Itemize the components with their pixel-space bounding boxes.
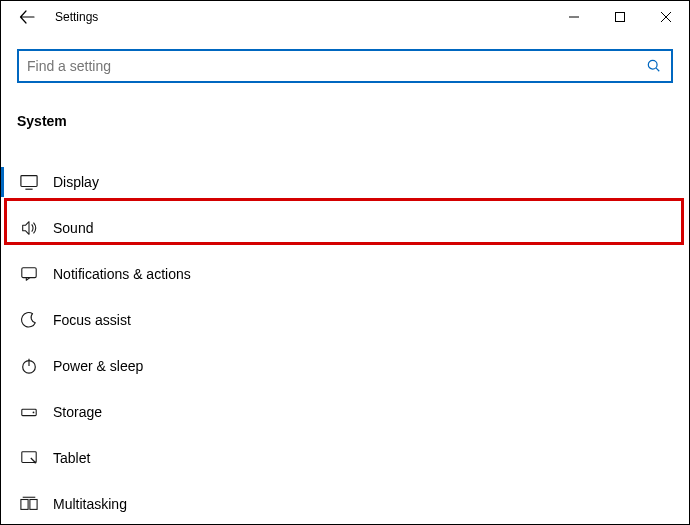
svg-point-12 (33, 412, 35, 414)
maximize-icon (615, 12, 625, 22)
nav-item-notifications[interactable]: Notifications & actions (1, 251, 689, 297)
nav-label: Multitasking (53, 496, 127, 512)
nav-label: Focus assist (53, 312, 131, 328)
focus-assist-icon (19, 310, 39, 330)
back-arrow-icon (19, 9, 35, 25)
nav-label: Tablet (53, 450, 90, 466)
power-icon (19, 356, 39, 376)
nav-list: Display Sound Notifications & actions Fo… (1, 137, 689, 525)
svg-rect-15 (21, 500, 28, 510)
sound-icon (19, 218, 39, 238)
svg-point-14 (34, 461, 36, 463)
svg-rect-6 (21, 176, 37, 187)
nav-item-multitasking[interactable]: Multitasking (1, 481, 689, 525)
nav-label: Sound (53, 220, 93, 236)
nav-item-focus-assist[interactable]: Focus assist (1, 297, 689, 343)
storage-icon (19, 402, 39, 422)
nav-item-sound[interactable]: Sound (1, 205, 689, 251)
window-controls (551, 1, 689, 33)
search-box[interactable] (17, 49, 673, 83)
svg-rect-8 (22, 268, 36, 278)
nav-label: Notifications & actions (53, 266, 191, 282)
back-button[interactable] (13, 3, 41, 31)
close-icon (661, 12, 671, 22)
svg-point-4 (648, 60, 657, 69)
multitasking-icon (19, 494, 39, 514)
maximize-button[interactable] (597, 1, 643, 33)
nav-label: Storage (53, 404, 102, 420)
search-container (1, 33, 689, 83)
minimize-icon (569, 12, 579, 22)
minimize-button[interactable] (551, 1, 597, 33)
svg-rect-16 (30, 500, 37, 510)
nav-item-tablet[interactable]: Tablet (1, 435, 689, 481)
nav-item-power-sleep[interactable]: Power & sleep (1, 343, 689, 389)
notifications-icon (19, 264, 39, 284)
nav-label: Power & sleep (53, 358, 143, 374)
search-icon (645, 57, 663, 75)
window-title: Settings (55, 10, 98, 24)
svg-line-5 (656, 68, 659, 71)
display-icon (19, 172, 39, 192)
category-title: System (17, 113, 673, 129)
nav-item-display[interactable]: Display (1, 159, 689, 205)
svg-rect-1 (616, 13, 625, 22)
category-header: System (1, 83, 689, 137)
nav-label: Display (53, 174, 99, 190)
tablet-icon (19, 448, 39, 468)
titlebar: Settings (1, 1, 689, 33)
search-input[interactable] (27, 58, 645, 74)
nav-item-storage[interactable]: Storage (1, 389, 689, 435)
close-button[interactable] (643, 1, 689, 33)
